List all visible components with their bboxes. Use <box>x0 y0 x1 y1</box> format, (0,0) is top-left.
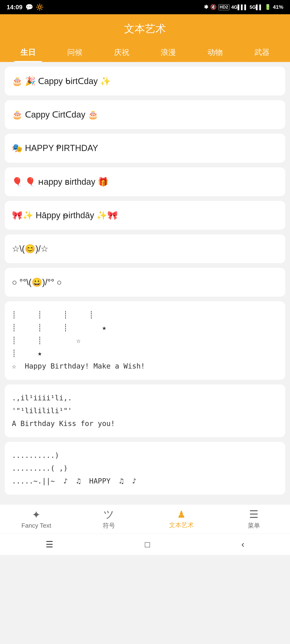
card-text-4: 🎈 🎈 ʜappy ʙirthday 🎁 <box>12 174 278 189</box>
card-text-7: ○ °°\(😀)/°° ○ <box>12 275 278 290</box>
battery-text: 41% <box>273 4 283 10</box>
art-text-10: ..........) .........( ,) .....~.||~ ♪ ♫… <box>12 449 278 488</box>
text-card-10[interactable]: ..........) .........( ,) .....~.||~ ♪ ♫… <box>5 442 285 495</box>
page-title: 文本艺术 <box>5 22 285 42</box>
nav-item-3[interactable]: ☰菜单 <box>235 509 273 530</box>
tab-武器[interactable]: 武器 <box>238 42 285 62</box>
nav-item-2[interactable]: ♟文本艺术 <box>162 510 200 529</box>
content-area: 🎂 🎉 ᑕappy ᑲirtᑕday ✨🎂 ᑕappy ᑕirtᑕday 🎂🎭 … <box>0 62 290 504</box>
wechat-icon: 💬 <box>26 4 33 11</box>
battery-icon: 🔋 <box>264 4 271 10</box>
card-text-5: 🎀✨ Hāppy ᵽirthdāy ✨🎀 <box>12 208 278 222</box>
art-text-9: .,il¹iiii¹li,. '"¹lililili¹"' A Birthday… <box>12 392 278 430</box>
nav-icon-1: ツ <box>103 509 114 520</box>
android-nav: ☰ □ ‹ <box>0 534 290 555</box>
nav-label-0: Fancy Text <box>22 522 51 529</box>
bluetooth-icon: ✱ <box>204 4 208 10</box>
tab-生日[interactable]: 生日 <box>5 42 52 62</box>
mute-icon: 🔇 <box>210 4 216 10</box>
signal-4g: 4G▌▌▌ <box>231 4 248 10</box>
nav-icon-0: ✦ <box>32 510 41 520</box>
art-text-8: ┊ ┊ ┊ ┊ ┊ ┊ ┊ ★ ┊ ┊ ☆ ┊ ★ ☆ Happy Birthd… <box>12 308 278 372</box>
android-menu-btn[interactable]: ☰ <box>46 540 53 550</box>
card-text-3: 🎭 HAPPY ⱣIRTHDAY <box>12 141 278 155</box>
text-card-1[interactable]: 🎂 🎉 ᑕappy ᑲirtᑕday ✨ <box>5 67 285 96</box>
signal-5g: 5G▌▌ <box>250 4 263 10</box>
tab-bar: 生日问候庆祝浪漫动物武器 <box>5 42 285 62</box>
text-card-7[interactable]: ○ °°\(😀)/°° ○ <box>5 268 285 296</box>
header: 文本艺术 生日问候庆祝浪漫动物武器 <box>0 14 290 62</box>
text-card-2[interactable]: 🎂 ᑕappy ᑕirtᑕday 🎂 <box>5 100 285 129</box>
card-text-1: 🎂 🎉 ᑕappy ᑲirtᑕday ✨ <box>12 74 278 88</box>
nav-icon-3: ☰ <box>249 509 258 520</box>
hd2-badge: HD2 <box>218 4 229 10</box>
text-card-5[interactable]: 🎀✨ Hāppy ᵽirthdāy ✨🎀 <box>5 201 285 230</box>
tab-动物[interactable]: 动物 <box>192 42 239 62</box>
nav-item-0[interactable]: ✦Fancy Text <box>17 510 55 529</box>
nav-label-1: 符号 <box>103 522 115 530</box>
app-icon: 🔆 <box>36 4 44 11</box>
android-home-btn[interactable]: □ <box>145 540 150 550</box>
status-time: 14:09 <box>7 4 23 11</box>
text-card-8[interactable]: ┊ ┊ ┊ ┊ ┊ ┊ ┊ ★ ┊ ┊ ☆ ┊ ★ ☆ Happy Birthd… <box>5 301 285 380</box>
tab-庆祝[interactable]: 庆祝 <box>98 42 145 62</box>
card-text-2: 🎂 ᑕappy ᑕirtᑕday 🎂 <box>12 107 278 122</box>
text-card-6[interactable]: ☆\(😊)/☆ <box>5 234 285 263</box>
tab-浪漫[interactable]: 浪漫 <box>145 42 192 62</box>
nav-label-2: 文本艺术 <box>169 521 194 529</box>
text-card-4[interactable]: 🎈 🎈 ʜappy ʙirthday 🎁 <box>5 168 285 196</box>
text-card-9[interactable]: .,il¹iiii¹li,. '"¹lililili¹"' A Birthday… <box>5 384 285 437</box>
nav-label-3: 菜单 <box>248 522 260 530</box>
tab-问候[interactable]: 问候 <box>52 42 98 62</box>
text-card-3[interactable]: 🎭 HAPPY ⱣIRTHDAY <box>5 134 285 162</box>
nav-item-1[interactable]: ツ符号 <box>90 509 128 530</box>
android-back-btn[interactable]: ‹ <box>241 540 244 550</box>
bottom-nav: ✦Fancy Textツ符号♟文本艺术☰菜单 <box>0 504 290 534</box>
status-right: ✱ 🔇 HD2 4G▌▌▌ 5G▌▌ 🔋 41% <box>204 4 283 10</box>
status-bar: 14:09 💬 🔆 ✱ 🔇 HD2 4G▌▌▌ 5G▌▌ 🔋 41% <box>0 0 290 14</box>
card-text-6: ☆\(😊)/☆ <box>12 242 278 256</box>
nav-icon-2: ♟ <box>177 510 186 519</box>
